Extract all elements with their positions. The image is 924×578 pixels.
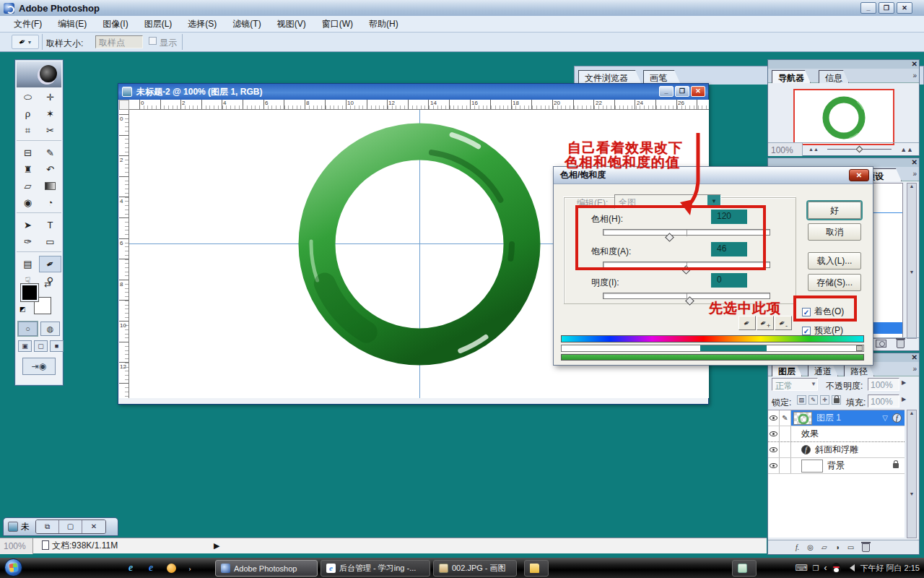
- task-notes[interactable]: [732, 560, 757, 577]
- fill-field[interactable]: 100%: [868, 394, 899, 407]
- layer-style-icon[interactable]: f: [892, 413, 902, 423]
- history-brush-tool[interactable]: ↶: [39, 161, 61, 178]
- quick-launch-browser-icon[interactable]: e: [144, 561, 157, 574]
- lock-position-icon[interactable]: ✛: [820, 395, 829, 405]
- eraser-tool[interactable]: ▱: [17, 178, 39, 194]
- speaker-tray-icon[interactable]: [846, 564, 855, 571]
- doc-close-button[interactable]: ✕: [691, 86, 705, 97]
- slice-tool[interactable]: ✂: [39, 122, 61, 139]
- palette-close-icon[interactable]: ✕: [912, 158, 918, 167]
- quick-launch-expand-icon[interactable]: ›: [183, 561, 196, 574]
- doc-minimize-button[interactable]: _: [659, 86, 674, 97]
- task-folder[interactable]: [524, 560, 549, 577]
- lightness-slider[interactable]: [603, 293, 770, 299]
- new-snapshot-icon[interactable]: [876, 340, 886, 348]
- quick-launch-messenger-icon[interactable]: [165, 561, 178, 574]
- menu-select[interactable]: 选择(S): [180, 16, 225, 32]
- quick-launch-ie-icon[interactable]: e: [124, 561, 137, 574]
- effects-expand-icon[interactable]: ▽: [882, 414, 888, 422]
- brush-tool[interactable]: ✎: [39, 144, 61, 161]
- opacity-spinner-icon[interactable]: ▶: [902, 379, 906, 386]
- bevel-emboss-row[interactable]: f 斜面和浮雕: [768, 442, 905, 458]
- visibility-toggle[interactable]: [768, 458, 780, 473]
- quick-mask-button[interactable]: ◍: [40, 322, 60, 336]
- tab-file-browser[interactable]: 文件浏览器: [578, 70, 642, 85]
- opacity-field[interactable]: 100%: [868, 378, 899, 391]
- notes-tool[interactable]: ▤: [17, 256, 39, 272]
- maximize-icon[interactable]: ▢: [59, 520, 82, 533]
- crop-tool[interactable]: ⌗: [17, 122, 39, 139]
- delete-icon[interactable]: [897, 340, 905, 348]
- task-photoshop[interactable]: Adobe Photoshop: [215, 560, 318, 577]
- show-checkbox[interactable]: 显示: [149, 37, 177, 49]
- healing-brush-tool[interactable]: ⊟: [17, 144, 39, 161]
- add-mask-icon[interactable]: ◎: [807, 543, 814, 551]
- menu-layer[interactable]: 图层(L): [136, 16, 180, 32]
- adjustment-layer-icon[interactable]: ◑: [835, 543, 840, 551]
- visibility-toggle[interactable]: [768, 426, 780, 441]
- blend-mode-combo[interactable]: 正常▼: [772, 378, 818, 391]
- close-button[interactable]: ✕: [897, 2, 912, 14]
- palette-menu-icon[interactable]: »: [912, 170, 917, 178]
- delete-layer-icon[interactable]: [862, 543, 870, 552]
- minimized-document-bar[interactable]: 未 ⧉ ▢ ✕: [3, 517, 118, 536]
- standard-screen-button[interactable]: ▣: [18, 340, 32, 352]
- dodge-tool[interactable]: ◔: [39, 194, 61, 211]
- lock-all-icon[interactable]: [832, 395, 841, 405]
- tab-navigator[interactable]: 导航器: [772, 70, 811, 83]
- navigator-zoom-field[interactable]: 100%: [768, 143, 803, 156]
- cancel-button[interactable]: 取消: [808, 223, 861, 241]
- swap-colors-icon[interactable]: ⇄: [44, 280, 51, 289]
- eyedropper-add-button[interactable]: ✒+: [757, 316, 774, 330]
- layer-row-layer1[interactable]: ✎ 图层 1 ▽ f: [768, 410, 905, 426]
- eyedropper-sample-button[interactable]: ✒: [738, 316, 756, 330]
- keyboard-tray-icon[interactable]: ⌨: [795, 563, 807, 573]
- navigator-proxy-view[interactable]: [793, 89, 894, 145]
- menu-help[interactable]: 帮助(H): [361, 16, 406, 32]
- default-colors-icon[interactable]: ◩: [19, 306, 26, 313]
- menu-edit[interactable]: 编辑(E): [50, 16, 95, 32]
- qq-tray-icon[interactable]: [832, 563, 841, 574]
- start-button[interactable]: [4, 558, 22, 577]
- effects-row[interactable]: 效果: [768, 426, 905, 442]
- full-screen-menubar-button[interactable]: ▢: [34, 340, 48, 352]
- type-tool[interactable]: T: [39, 217, 61, 233]
- marquee-tool[interactable]: ⬭: [17, 89, 39, 105]
- minimize-button[interactable]: _: [860, 2, 876, 14]
- magic-wand-tool[interactable]: ✶: [39, 105, 61, 122]
- range-handle[interactable]: [856, 345, 863, 351]
- task-paint[interactable]: 002.JPG - 画图: [433, 560, 517, 577]
- blur-tool[interactable]: ◉: [17, 194, 39, 211]
- full-screen-button[interactable]: ■: [50, 340, 64, 352]
- scrollbar[interactable]: ▲▼: [907, 183, 917, 339]
- gradient-tool[interactable]: [39, 178, 61, 194]
- status-zoom-field[interactable]: 100%: [0, 538, 33, 554]
- tab-info[interactable]: 信息: [819, 70, 849, 83]
- fill-spinner-icon[interactable]: ▶: [902, 396, 906, 402]
- palette-menu-icon[interactable]: »: [912, 72, 917, 79]
- visibility-toggle[interactable]: [768, 410, 780, 426]
- restore-icon[interactable]: ⧉: [36, 520, 59, 533]
- standard-mode-button[interactable]: ○: [18, 322, 38, 336]
- ok-button[interactable]: 好: [808, 202, 861, 219]
- task-browser[interactable]: e 后台管理 - 学习ing -...: [321, 560, 430, 577]
- lasso-tool[interactable]: ρ: [17, 105, 39, 122]
- zoom-in-icon[interactable]: ▲▲: [894, 146, 919, 153]
- move-tool[interactable]: ✛: [39, 89, 61, 105]
- palette-close-icon[interactable]: ✕: [912, 353, 918, 362]
- palette-menu-icon[interactable]: »: [912, 365, 917, 373]
- path-select-tool[interactable]: ➤: [17, 217, 39, 233]
- clone-stamp-tool[interactable]: ♜: [17, 161, 39, 178]
- menu-filter[interactable]: 滤镜(T): [225, 16, 269, 32]
- foreground-color-swatch[interactable]: [21, 284, 38, 301]
- lock-transparency-icon[interactable]: ▨: [797, 395, 806, 405]
- tray-expand-icon[interactable]: ‹: [824, 563, 827, 573]
- doc-maximize-button[interactable]: ❐: [675, 86, 689, 97]
- navigator-zoom-slider[interactable]: [824, 143, 894, 156]
- tab-brushes[interactable]: 画笔: [643, 70, 681, 85]
- dialog-close-button[interactable]: ✕: [849, 169, 869, 181]
- scrollbar[interactable]: ▲▼: [907, 410, 917, 538]
- eyedropper-subtract-button[interactable]: ✒-: [775, 316, 792, 330]
- shape-tool[interactable]: ▭: [39, 233, 61, 250]
- document-titlebar[interactable]: 未标题-2 @ 100% (图层 1, RGB) _ ❐ ✕: [118, 84, 708, 100]
